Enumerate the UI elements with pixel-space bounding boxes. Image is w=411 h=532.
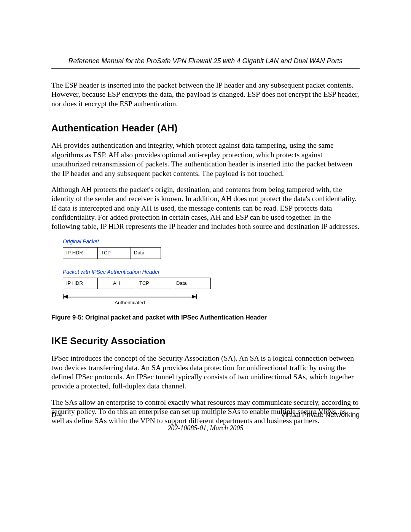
footer-doc-id: 202-10085-01, March 2005 <box>51 424 360 432</box>
heading-ike: IKE Security Association <box>51 335 360 347</box>
original-packet-table: IP HDR TCP Data <box>63 247 161 259</box>
cell-ah: AH <box>98 278 136 289</box>
heading-ah: Authentication Header (AH) <box>51 122 360 134</box>
header-rule <box>51 68 360 69</box>
running-header: Reference Manual for the ProSafe VPN Fir… <box>51 57 360 68</box>
cell-ip-hdr: IP HDR <box>63 248 98 259</box>
cell-data: Data <box>131 248 161 259</box>
figure-label-ipsec: Packet with IPSec Authentication Header <box>63 269 360 276</box>
authenticated-span: Authenticated <box>63 294 197 307</box>
paragraph-ah-2: Although AH protects the packet's origin… <box>51 185 360 232</box>
figure-label-original: Original Packet <box>63 238 360 245</box>
page-content: Reference Manual for the ProSafe VPN Fir… <box>51 57 360 433</box>
footer-rule <box>51 408 360 409</box>
figure-9-5: Original Packet IP HDR TCP Data Packet w… <box>63 238 360 307</box>
arrow-label: Authenticated <box>63 300 197 306</box>
cell-ip-hdr-2: IP HDR <box>63 278 98 289</box>
page-footer: D-4 Virtual Private Networking 202-10085… <box>51 408 360 432</box>
page-number: D-4 <box>51 411 62 419</box>
paragraph-ike-1: IPSec introduces the concept of the Secu… <box>51 354 360 391</box>
paragraph-ah-1: AH provides authentication and integrity… <box>51 141 360 178</box>
paragraph-intro: The ESP header is inserted into the pack… <box>51 81 360 109</box>
cell-tcp: TCP <box>98 248 131 259</box>
footer-section-name: Virtual Private Networking <box>281 411 360 419</box>
cell-tcp-2: TCP <box>136 278 173 289</box>
cell-data-2: Data <box>173 278 211 289</box>
body: The ESP header is inserted into the pack… <box>51 81 360 426</box>
figure-caption: Figure 9-5: Original packet and packet w… <box>51 313 360 321</box>
ipsec-packet-table: IP HDR AH TCP Data <box>63 278 211 289</box>
